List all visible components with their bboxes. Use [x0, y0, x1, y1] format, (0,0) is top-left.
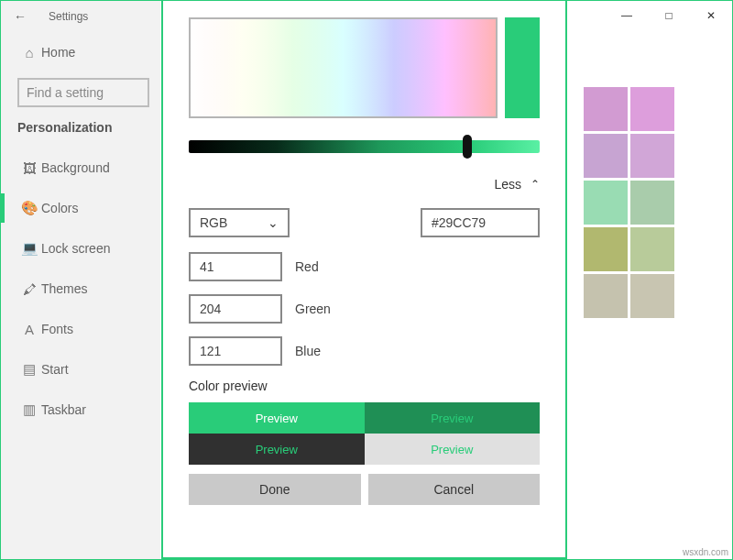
done-button[interactable]: Done	[189, 474, 361, 505]
minimize-button[interactable]: ―	[606, 1, 648, 30]
sidebar-item-label: Colors	[41, 201, 78, 215]
action-row: Done Cancel	[189, 474, 540, 505]
slider-thumb[interactable]	[463, 135, 472, 159]
mode-value: RGB	[200, 215, 227, 230]
maximize-button[interactable]: □	[648, 1, 690, 30]
blue-label: Blue	[295, 344, 321, 358]
taskbar-icon: ▥	[17, 401, 41, 418]
sidebar-item-label: Taskbar	[41, 402, 86, 417]
sidebar-item-fonts[interactable]: A Fonts	[1, 309, 160, 349]
toggle-more-less[interactable]: Less ⌃	[189, 177, 540, 192]
search-input[interactable]: Find a setting	[17, 78, 149, 107]
red-input[interactable]: 41	[189, 252, 282, 281]
color-swatch[interactable]	[630, 87, 674, 131]
sidebar-item-label: Home	[41, 45, 75, 60]
palette-icon: 🎨	[17, 200, 41, 216]
sidebar-section-label: Personalization	[1, 120, 160, 148]
home-icon: ⌂	[17, 45, 41, 60]
window-controls: ― □ ✕	[606, 1, 732, 30]
color-preview-grid: Preview Preview Preview Preview	[189, 402, 540, 465]
chevron-up-icon: ⌃	[531, 178, 540, 191]
app-title: Settings	[49, 10, 88, 23]
mode-hex-row: RGB ⌄ #29CC79	[189, 208, 540, 237]
cancel-button[interactable]: Cancel	[368, 474, 541, 505]
color-swatch[interactable]	[584, 274, 628, 318]
picture-icon: 🖼	[17, 160, 41, 176]
color-spectrum[interactable]	[189, 17, 498, 118]
blue-row: 121 Blue	[189, 336, 540, 366]
color-swatch[interactable]	[630, 227, 674, 271]
color-picker-panel: Less ⌃ RGB ⌄ #29CC79 41 Red 204 Green	[161, 1, 567, 559]
sidebar-item-start[interactable]: ▤ Start	[1, 349, 160, 390]
preview-tile: Preview	[365, 402, 541, 434]
preview-tile: Preview	[365, 434, 541, 465]
sidebar-item-colors[interactable]: 🎨 Colors	[1, 188, 160, 228]
value-slider[interactable]	[189, 140, 540, 153]
hex-input[interactable]: #29CC79	[421, 208, 540, 237]
chevron-down-icon: ⌄	[268, 215, 279, 230]
red-row: 41 Red	[189, 252, 540, 281]
sidebar-item-themes[interactable]: 🖍 Themes	[1, 269, 160, 309]
preview-tile: Preview	[189, 402, 365, 434]
color-mode-select[interactable]: RGB ⌄	[189, 208, 290, 237]
start-icon: ▤	[17, 361, 41, 378]
color-swatch[interactable]	[584, 227, 628, 271]
color-swatch[interactable]	[584, 181, 628, 225]
sidebar-item-label: Lock screen	[41, 241, 110, 256]
green-row: 204 Green	[189, 294, 540, 324]
sidebar-item-label: Background	[41, 160, 110, 175]
color-swatch[interactable]	[584, 87, 628, 131]
sidebar-header: ← Settings	[1, 1, 160, 32]
sidebar-item-taskbar[interactable]: ▥ Taskbar	[1, 390, 160, 430]
close-button[interactable]: ✕	[690, 1, 732, 30]
preview-title: Color preview	[189, 379, 540, 393]
recent-colors-grid	[584, 87, 674, 318]
back-icon[interactable]: ←	[14, 9, 27, 24]
settings-window: ← Settings ⌂ Home Find a setting Persona…	[0, 0, 733, 560]
sidebar-item-label: Start	[41, 362, 69, 377]
brush-icon: 🖍	[17, 281, 41, 297]
monitor-icon: 💻	[17, 240, 41, 257]
color-swatch[interactable]	[630, 181, 674, 225]
sidebar: ← Settings ⌂ Home Find a setting Persona…	[1, 1, 160, 559]
credit: wsxdn.com	[683, 547, 728, 557]
color-swatch[interactable]	[630, 274, 674, 318]
search-placeholder: Find a setting	[27, 85, 104, 100]
sidebar-item-label: Themes	[41, 281, 88, 296]
sidebar-item-home[interactable]: ⌂ Home	[1, 32, 160, 72]
sidebar-item-label: Fonts	[41, 322, 73, 336]
red-label: Red	[295, 259, 319, 274]
preview-tile: Preview	[189, 434, 365, 465]
hex-value: #29CC79	[432, 215, 486, 230]
green-input[interactable]: 204	[189, 294, 282, 324]
sidebar-item-lock-screen[interactable]: 💻 Lock screen	[1, 228, 160, 269]
font-icon: A	[17, 322, 41, 337]
current-color-swatch	[505, 17, 540, 118]
sidebar-item-background[interactable]: 🖼 Background	[1, 148, 160, 188]
spectrum-row	[189, 17, 540, 118]
green-label: Green	[295, 302, 331, 316]
color-swatch[interactable]	[584, 134, 628, 178]
color-swatch[interactable]	[630, 134, 674, 178]
blue-input[interactable]: 121	[189, 336, 282, 366]
toggle-label: Less	[494, 177, 521, 192]
